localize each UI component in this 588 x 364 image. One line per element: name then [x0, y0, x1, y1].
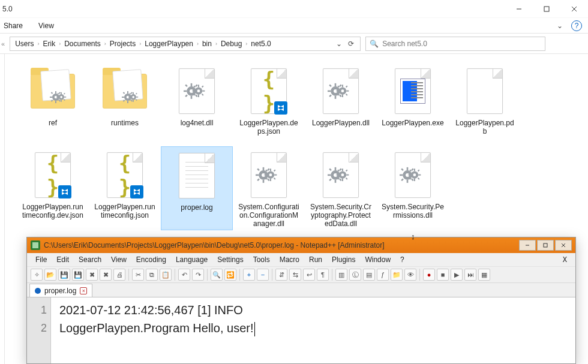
search-box[interactable]: 🔍 [365, 37, 545, 51]
tool-sync-h-icon[interactable]: ⇆ [289, 269, 301, 281]
tool-fast-macro-icon[interactable]: ⏭ [464, 269, 476, 281]
file-item[interactable]: System.Configuration.ConfigurationManage… [233, 146, 305, 230]
toolbar-separator [419, 269, 420, 281]
menu-language[interactable]: Language [172, 254, 211, 265]
menu-help[interactable]: ? [397, 254, 408, 265]
tool-zoom-out-icon[interactable]: − [257, 269, 269, 281]
tool-folder-icon[interactable]: 📁 [391, 269, 403, 281]
breadcrumb-item[interactable]: Users [13, 40, 36, 48]
notepadpp-tab[interactable]: proper.log × [29, 284, 92, 297]
menu-view[interactable]: View [107, 254, 130, 265]
tool-new-icon[interactable]: ✧ [31, 269, 43, 281]
file-item[interactable]: { } LoggerPlaypen.runtimeconfig.json [89, 146, 161, 230]
breadcrumb-item[interactable]: net5.0 [248, 40, 273, 48]
file-item[interactable]: System.Security.Cryptography.ProtectedDa… [305, 146, 377, 230]
breadcrumb-history-icon[interactable]: ⌄ [336, 40, 342, 48]
menu-settings[interactable]: Settings [214, 254, 247, 265]
breadcrumb-item[interactable]: Documents [62, 40, 103, 48]
nav-back-overflow-icon[interactable]: « [1, 40, 5, 47]
tool-save-macro-icon[interactable]: ▦ [478, 269, 490, 281]
menu-tools[interactable]: Tools [250, 254, 274, 265]
minimize-button[interactable] [505, 0, 533, 18]
ribbon-tab-share[interactable]: Share [4, 22, 23, 30]
tool-zoom-in-icon[interactable]: + [243, 269, 255, 281]
file-icon [388, 65, 438, 118]
tool-play-macro-icon[interactable]: ▶ [451, 269, 463, 281]
file-item[interactable]: ref [17, 62, 89, 146]
tool-save-icon[interactable]: 💾 [58, 269, 70, 281]
explorer-title-fragment: 5.0 [2, 5, 13, 13]
tool-wordwrap-icon[interactable]: ↩ [303, 269, 315, 281]
breadcrumb-item[interactable]: Debug [218, 40, 244, 48]
file-icon [460, 65, 510, 118]
file-icon [100, 65, 150, 118]
tab-close-icon[interactable]: × [80, 287, 87, 294]
menu-encoding[interactable]: Encoding [133, 254, 170, 265]
menu-macro[interactable]: Macro [276, 254, 303, 265]
breadcrumb-item[interactable]: LoggerPlaypen [142, 40, 196, 48]
file-item[interactable]: proper.log [161, 146, 233, 230]
file-item[interactable]: LoggerPlaypen.dll [305, 62, 377, 146]
breadcrumb-item[interactable]: Projects [107, 40, 138, 48]
menu-run[interactable]: Run [305, 254, 326, 265]
tool-close-all-icon[interactable]: ✖ [100, 269, 112, 281]
file-item[interactable]: { } LoggerPlaypen.deps.json [233, 62, 305, 146]
tool-indent-guide-icon[interactable]: ▥ [335, 269, 347, 281]
tool-close-icon[interactable]: ✖ [86, 269, 98, 281]
tool-find-icon[interactable]: 🔍 [211, 269, 223, 281]
notepadpp-menubar: File Edit Search View Encoding Language … [27, 253, 575, 266]
tool-record-macro-icon[interactable]: ● [423, 269, 435, 281]
gutter-line: 1 [27, 301, 47, 319]
notepadpp-editor[interactable]: 1 2 2021-07-12 21:42:56,467 [1] INFO Log… [27, 297, 575, 363]
file-item[interactable]: { } LoggerPlaypen.runtimeconfig.dev.json [17, 146, 89, 230]
file-item[interactable]: LoggerPlaypen.exe [377, 62, 449, 146]
ribbon-tab-view[interactable]: View [38, 22, 54, 30]
npp-close-button[interactable] [555, 240, 572, 251]
notepadpp-app-icon [31, 240, 40, 250]
notepadpp-titlebar[interactable]: C:\Users\Erik\Documents\Projects\LoggerP… [27, 237, 575, 253]
tool-undo-icon[interactable]: ↶ [178, 269, 190, 281]
breadcrumb-bar[interactable]: Users› Erik› Documents› Projects› Logger… [10, 37, 361, 51]
tool-allchars-icon[interactable]: ¶ [317, 269, 329, 281]
editor-content[interactable]: 2021-07-12 21:42:56,467 [1] INFO LoggerP… [51, 297, 261, 363]
search-input[interactable] [382, 40, 541, 48]
menu-edit[interactable]: Edit [53, 254, 73, 265]
file-item[interactable]: System.Security.Permissions.dll [377, 146, 449, 230]
file-label: System.Configuration.ConfigurationManage… [235, 201, 302, 228]
npp-minimize-button[interactable] [519, 240, 536, 251]
tool-lang-icon[interactable]: Ⓛ [349, 269, 361, 281]
tool-cut-icon[interactable]: ✂ [132, 269, 144, 281]
tool-replace-icon[interactable]: 🔁 [224, 269, 236, 281]
ribbon-collapse-icon[interactable]: ⌄ [557, 22, 563, 30]
close-button[interactable] [560, 0, 588, 18]
breadcrumb-item[interactable]: Erik [40, 40, 58, 48]
tool-monitor-icon[interactable]: 👁 [404, 269, 416, 281]
tool-save-all-icon[interactable]: 💾 [72, 269, 84, 281]
tool-stop-macro-icon[interactable]: ■ [437, 269, 449, 281]
menu-file[interactable]: File [32, 254, 50, 265]
navigation-pane[interactable] [0, 54, 5, 364]
help-icon[interactable]: ? [571, 20, 582, 31]
npp-tabstrip-close-icon[interactable]: X [559, 254, 571, 265]
breadcrumb-item[interactable]: bin [200, 40, 214, 48]
tool-doc-map-icon[interactable]: ▤ [363, 269, 375, 281]
file-item[interactable]: runtimes [89, 62, 161, 146]
tool-sync-v-icon[interactable]: ⇵ [275, 269, 287, 281]
tool-redo-icon[interactable]: ↷ [192, 269, 204, 281]
tool-paste-icon[interactable]: 📋 [160, 269, 172, 281]
menu-search[interactable]: Search [75, 254, 105, 265]
menu-window[interactable]: Window [361, 254, 394, 265]
tool-print-icon[interactable]: 🖨 [113, 269, 125, 281]
menu-plugins[interactable]: Plugins [328, 254, 359, 265]
file-item[interactable]: log4net.dll [161, 62, 233, 146]
refresh-icon[interactable]: ⟳ [348, 40, 354, 48]
notepadpp-tabstrip: proper.log × [27, 283, 575, 297]
maximize-button[interactable] [533, 0, 560, 18]
tool-open-icon[interactable]: 📂 [44, 269, 56, 281]
file-icon [388, 149, 438, 201]
tool-func-list-icon[interactable]: ƒ [377, 269, 389, 281]
tool-copy-icon[interactable]: ⧉ [146, 269, 158, 281]
file-item[interactable]: LoggerPlaypen.pdb [449, 62, 521, 146]
npp-maximize-button[interactable] [537, 240, 554, 251]
tab-saved-icon [35, 288, 41, 294]
